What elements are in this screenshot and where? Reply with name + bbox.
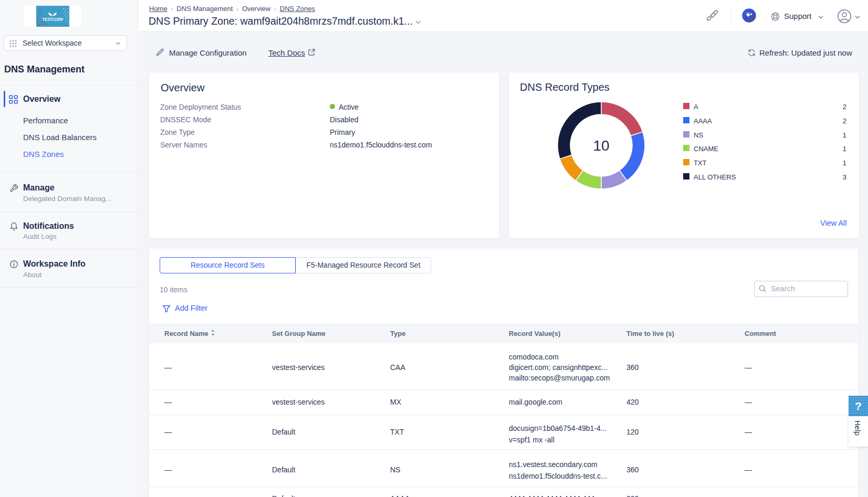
svg-text:TESTCORP: TESTCORP [43, 17, 64, 22]
svg-text:10: 10 [593, 138, 609, 154]
